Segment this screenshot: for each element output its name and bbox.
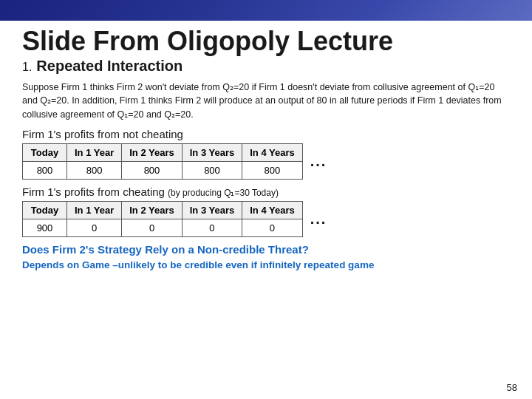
table1-header-1yr: In 1 Year [67, 143, 122, 161]
main-title: Slide From Oligopoly Lecture [22, 27, 510, 56]
table2: Today In 1 Year In 2 Years In 3 Years In… [22, 201, 303, 237]
table2-label: Firm 1's profits from cheating (by produ… [22, 185, 510, 198]
table1-header-today: Today [23, 143, 67, 161]
top-bar [0, 0, 532, 21]
page-number: 58 [507, 382, 517, 393]
table2-header-today: Today [23, 201, 67, 219]
table1: Today In 1 Year In 2 Years In 3 Years In… [22, 143, 303, 180]
question-text: Does Firm 2's Strategy Rely on a Non-cre… [22, 243, 510, 256]
table2-wrapper: Today In 1 Year In 2 Years In 3 Years In… [22, 201, 510, 237]
table2-val-today: 900 [23, 219, 67, 236]
table1-val-2yr: 800 [122, 161, 182, 179]
table2-header-3yr: In 3 Years [182, 201, 242, 219]
subtitle-row: 1. Repeated Interaction [22, 58, 510, 75]
table1-header-2yr: In 2 Years [122, 143, 182, 161]
table1-dots: ... [310, 153, 327, 170]
paragraph-text: Suppose Firm 1 thinks Firm 2 won't devia… [22, 81, 510, 122]
section-title: Repeated Interaction [36, 58, 183, 75]
table1-val-3yr: 800 [182, 161, 242, 179]
conclusion-text: Depends on Game –unlikely to be credible… [22, 259, 510, 273]
section-number: 1. [22, 61, 32, 74]
table2-val-4yr: 0 [242, 219, 302, 236]
table2-val-3yr: 0 [182, 219, 242, 236]
table1-val-today: 800 [23, 161, 67, 179]
table2-header-1yr: In 1 Year [67, 201, 122, 219]
table1-wrapper: Today In 1 Year In 2 Years In 3 Years In… [22, 143, 510, 180]
table2-header-4yr: In 4 Years [242, 201, 302, 219]
table1-val-1yr: 800 [67, 161, 122, 179]
table1-header-3yr: In 3 Years [182, 143, 242, 161]
table1-val-4yr: 800 [242, 161, 302, 179]
table1-label: Firm 1's profits from not cheating [22, 128, 510, 140]
table2-dots: ... [310, 211, 327, 228]
table2-val-2yr: 0 [122, 219, 182, 236]
table2-header-2yr: In 2 Years [122, 201, 182, 219]
table1-header-4yr: In 4 Years [242, 143, 302, 161]
table2-label-paren: (by producing Q₁=30 Today) [168, 188, 279, 198]
table2-val-1yr: 0 [67, 219, 122, 236]
